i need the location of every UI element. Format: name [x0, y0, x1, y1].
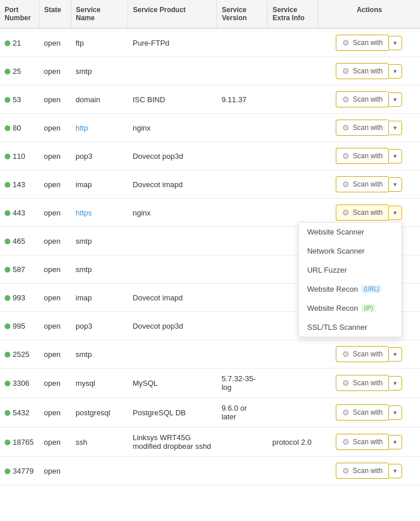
actions-cell[interactable]: ⚙ Scan with ▾	[318, 114, 420, 142]
actions-cell[interactable]: ⚙ Scan with ▾	[318, 142, 420, 170]
port-number: 587	[13, 265, 25, 274]
state-cell: open	[39, 284, 71, 312]
status-dot	[5, 154, 10, 159]
actions-cell[interactable]: ⚙ Scan with ▾	[318, 369, 420, 398]
service-name-cell: pop3	[71, 312, 128, 340]
scan-chevron-button[interactable]: ▾	[388, 177, 402, 192]
scan-with-button[interactable]: ⚙ Scan with	[336, 120, 388, 136]
scan-chevron-button[interactable]: ▾	[388, 36, 402, 50]
scan-with-button[interactable]: ⚙ Scan with	[336, 204, 388, 221]
table-row: 143openimapDovecot imapd ⚙ Scan with ▾	[0, 170, 420, 199]
version-cell	[217, 114, 268, 142]
scan-chevron-button[interactable]: ▾	[388, 92, 402, 107]
actions-cell[interactable]: ⚙ Scan with ▾	[318, 85, 420, 114]
version-cell	[217, 227, 268, 255]
scan-with-wrapper[interactable]: ⚙ Scan with ▾	[336, 148, 402, 164]
product-cell	[128, 340, 217, 369]
scan-with-button[interactable]: ⚙ Scan with	[336, 63, 388, 79]
service-name-cell: imap	[71, 284, 128, 312]
scan-chevron-button[interactable]: ▾	[388, 376, 402, 390]
service-name-cell[interactable]: https	[71, 199, 128, 227]
scan-chevron-button[interactable]: ▾	[388, 64, 402, 79]
service-name-cell	[71, 457, 128, 485]
product-cell	[128, 255, 217, 284]
status-dot	[5, 323, 10, 329]
port-number: 110	[13, 152, 25, 161]
state-cell: open	[39, 398, 71, 427]
scan-with-wrapper[interactable]: ⚙ Scan with ▾	[336, 91, 402, 107]
actions-cell[interactable]: ⚙ Scan with ▾	[318, 340, 420, 369]
scan-with-wrapper[interactable]: ⚙ Scan with ▾ Website ScannerNetwork Sca…	[336, 204, 402, 221]
state-cell: open	[39, 340, 71, 369]
dropdown-menu-item[interactable]: Website Recon(IP)	[299, 299, 402, 318]
scan-with-button[interactable]: ⚙ Scan with	[336, 463, 388, 479]
scan-with-wrapper[interactable]: ⚙ Scan with ▾	[336, 63, 402, 79]
status-dot	[5, 468, 10, 474]
state-cell: open	[39, 57, 71, 85]
scan-chevron-button[interactable]: ▾	[388, 121, 402, 135]
service-name-cell: smtp	[71, 227, 128, 255]
actions-cell[interactable]: ⚙ Scan with ▾	[318, 457, 420, 485]
scan-with-button[interactable]: ⚙ Scan with	[336, 375, 388, 391]
service-name-cell: ssh	[71, 427, 128, 457]
scan-with-button[interactable]: ⚙ Scan with	[336, 434, 388, 450]
status-dot	[5, 97, 10, 103]
scan-chevron-button[interactable]: ▾	[388, 405, 402, 420]
scan-chevron-button[interactable]: ▾	[388, 149, 402, 163]
scan-chevron-button[interactable]: ▾	[388, 347, 402, 362]
status-dot	[5, 40, 10, 46]
actions-cell[interactable]: ⚙ Scan with ▾	[318, 57, 420, 85]
dropdown-menu-item[interactable]: Website Recon(URL)	[299, 280, 402, 299]
scan-with-wrapper[interactable]: ⚙ Scan with ▾	[336, 463, 402, 479]
dropdown-menu-item[interactable]: Network Scanner	[299, 241, 402, 260]
actions-cell[interactable]: ⚙ Scan with ▾ Website ScannerNetwork Sca…	[318, 199, 420, 227]
service-link[interactable]: http	[76, 124, 88, 132]
gear-icon: ⚙	[342, 378, 350, 388]
scan-with-button[interactable]: ⚙ Scan with	[336, 91, 388, 107]
extra-cell	[268, 28, 318, 57]
service-link[interactable]: https	[76, 209, 92, 217]
port-cell: 143	[0, 170, 39, 199]
scan-with-button[interactable]: ⚙ Scan with	[336, 404, 388, 420]
gear-icon: ⚙	[342, 180, 350, 189]
scan-with-button[interactable]: ⚙ Scan with	[336, 35, 388, 51]
state-cell: open	[39, 170, 71, 199]
state-cell: open	[39, 28, 71, 57]
table-row: 443openhttpsnginx ⚙ Scan with ▾ Website …	[0, 199, 420, 227]
dropdown-menu-item[interactable]: Website Scanner	[299, 222, 402, 241]
scan-chevron-button[interactable]: ▾	[388, 435, 402, 449]
version-cell	[217, 170, 268, 199]
scan-with-wrapper[interactable]: ⚙ Scan with ▾	[336, 404, 402, 420]
version-cell: 9.11.37	[217, 85, 268, 114]
scan-chevron-button[interactable]: ▾	[388, 206, 402, 220]
scan-with-wrapper[interactable]: ⚙ Scan with ▾	[336, 35, 402, 51]
scan-with-wrapper[interactable]: ⚙ Scan with ▾	[336, 434, 402, 450]
actions-cell[interactable]: ⚙ Scan with ▾	[318, 170, 420, 199]
port-number: 18765	[13, 438, 33, 446]
scan-chevron-button[interactable]: ▾	[388, 464, 402, 478]
table-row: 80openhttpnginx ⚙ Scan with ▾	[0, 114, 420, 142]
actions-cell[interactable]: ⚙ Scan with ▾	[318, 398, 420, 427]
actions-cell[interactable]: ⚙ Scan with ▾	[318, 28, 420, 57]
status-dot	[5, 182, 10, 188]
scan-with-button[interactable]: ⚙ Scan with	[336, 148, 388, 164]
service-name-cell[interactable]: http	[71, 114, 128, 142]
status-dot	[5, 210, 10, 216]
port-number: 53	[13, 95, 21, 104]
scan-with-button[interactable]: ⚙ Scan with	[336, 176, 388, 192]
scan-with-wrapper[interactable]: ⚙ Scan with ▾	[336, 346, 402, 362]
col-header-extra: Service Extra Info	[268, 0, 318, 28]
dropdown-menu-item[interactable]: URL Fuzzer	[299, 260, 402, 280]
port-cell: 110	[0, 142, 39, 170]
scan-with-wrapper[interactable]: ⚙ Scan with ▾	[336, 176, 402, 192]
actions-cell[interactable]: ⚙ Scan with ▾	[318, 427, 420, 457]
version-cell	[217, 199, 268, 227]
scan-with-wrapper[interactable]: ⚙ Scan with ▾	[336, 375, 402, 391]
dropdown-menu-item[interactable]: SSL/TLS Scanner	[299, 318, 402, 337]
scan-with-label: Scan with	[352, 152, 382, 160]
scan-with-button[interactable]: ⚙ Scan with	[336, 346, 388, 362]
port-cell: 443	[0, 199, 39, 227]
scan-with-wrapper[interactable]: ⚙ Scan with ▾	[336, 120, 402, 136]
state-cell: open	[39, 457, 71, 485]
service-name-cell: postgresql	[71, 398, 128, 427]
